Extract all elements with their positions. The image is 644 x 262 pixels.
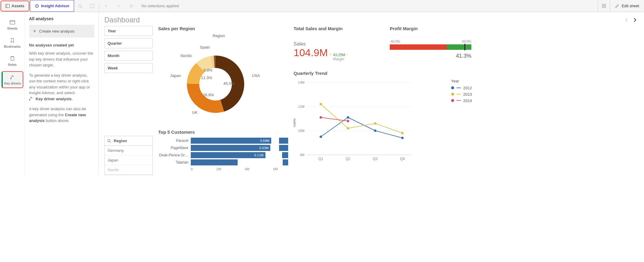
- next-sheet-button[interactable]: [631, 16, 639, 24]
- rail-bookmarks[interactable]: Bookmarks: [2, 35, 23, 51]
- qt-legend-2014[interactable]: 2014: [451, 98, 472, 103]
- donut-chart[interactable]: Region USA 45.5%: [158, 33, 282, 129]
- rail-notes[interactable]: Notes: [2, 53, 23, 69]
- top5-mini-3: [283, 159, 288, 165]
- qt-x-q3: Q3: [373, 157, 378, 161]
- insight-advisor-button[interactable]: Insight Advisor: [30, 0, 74, 12]
- svg-rect-12: [602, 6, 603, 8]
- svg-rect-0: [6, 4, 10, 8]
- kpi-column: Total Sales and Margin Sales 104.9M · 43…: [294, 26, 384, 175]
- no-analyses-heading: No analyses created yet: [29, 43, 94, 47]
- filter-column: Year Quarter Month Week Region Germany J…: [104, 26, 153, 175]
- svg-point-31: [401, 137, 404, 139]
- region-filter: Region Germany Japan Nordic: [104, 136, 153, 175]
- svg-line-5: [81, 7, 82, 8]
- analyses-p2: To generate a key driver analysis, use t…: [29, 72, 94, 102]
- filter-year[interactable]: Year: [104, 26, 153, 36]
- svg-point-20: [10, 78, 11, 79]
- rail-key-drivers[interactable]: Key drivers: [2, 71, 23, 88]
- top5-label-0: Paracel: [158, 139, 188, 143]
- pm-bullet-chart[interactable]: [390, 44, 471, 50]
- bookmark-icon: [9, 37, 15, 43]
- region-item-japan[interactable]: Japan: [105, 155, 152, 165]
- pencil-icon: [615, 4, 619, 8]
- donut-pct-usa: 45.5%: [223, 81, 235, 86]
- qt-legend-2013[interactable]: 2013: [451, 92, 472, 97]
- svg-rect-6: [90, 4, 94, 8]
- region-filter-header[interactable]: Region: [105, 136, 152, 146]
- assets-button[interactable]: Assets: [1, 1, 29, 11]
- svg-rect-4: [79, 5, 81, 7]
- top5-chart[interactable]: Paracel 5.69M PageWave 5.63M Deak-Perera…: [158, 138, 288, 171]
- analyses-p3: A key driver analysis can also be genera…: [29, 106, 94, 124]
- kpi-label: Sales: [294, 41, 384, 47]
- step-back-button[interactable]: [100, 0, 112, 12]
- analyses-p1: With key driver analysis, uncover the to…: [29, 50, 94, 68]
- total-sales-title: Total Sales and Margin: [294, 26, 384, 31]
- clear-selections-button[interactable]: [125, 0, 137, 12]
- donut-pct-japan: 11.3%: [201, 75, 212, 80]
- svg-rect-11: [604, 4, 606, 5]
- top5-bar-0: 5.69M: [191, 138, 271, 144]
- quarterly-trend-title: Quarterly Trend: [294, 71, 384, 76]
- selections-tool-button[interactable]: [86, 0, 98, 12]
- search-icon: [107, 139, 111, 143]
- panel-icon: [5, 4, 10, 8]
- rail-notes-label: Notes: [8, 63, 17, 66]
- rail-key-drivers-label: Key drivers: [4, 81, 21, 85]
- top5-mini-1: [279, 145, 288, 151]
- svg-point-36: [320, 116, 322, 119]
- top5-label-3: Talarian: [158, 160, 188, 165]
- pm-seg-below: [390, 44, 447, 50]
- donut-label-uk: UK: [192, 110, 197, 115]
- assets-label: Assets: [11, 4, 24, 8]
- kpi-value: 104.9M · 43.25M · Margin: [294, 47, 384, 62]
- qt-legend-2012[interactable]: 2012: [451, 86, 472, 90]
- profit-margin-title: Profit Margin: [390, 26, 471, 31]
- svg-rect-10: [602, 4, 603, 5]
- region-item-nordic[interactable]: Nordic: [105, 165, 152, 175]
- qt-x-q2: Q2: [346, 157, 350, 161]
- svg-point-35: [401, 132, 404, 134]
- analyses-panel: All analyses + Create new analysis No an…: [25, 12, 99, 175]
- quarterly-trend-chart[interactable]: 14M 12M 10M 8M Sales Q1 Q2 Q3: [294, 78, 442, 162]
- eye-icon: [34, 4, 39, 8]
- edit-sheet-button[interactable]: Edit sheet: [610, 0, 644, 12]
- rail-sheets-label: Sheets: [7, 27, 17, 30]
- filter-week[interactable]: Week: [104, 63, 153, 73]
- qt-ytick-10m: 10M: [298, 129, 304, 133]
- svg-point-22: [108, 139, 110, 142]
- sheets-icon: [9, 19, 15, 25]
- svg-line-23: [110, 142, 111, 143]
- top5-bar-1: 5.63M: [191, 145, 270, 151]
- grid-layout-button[interactable]: [598, 0, 610, 12]
- svg-rect-14: [10, 21, 15, 24]
- svg-rect-16: [11, 57, 14, 60]
- svg-point-32: [320, 103, 322, 105]
- filter-month[interactable]: Month: [104, 51, 153, 61]
- prev-sheet-button[interactable]: [622, 16, 631, 24]
- svg-point-33: [347, 127, 349, 129]
- kpi-sub: 43.25M · Margin: [333, 53, 347, 62]
- donut-label-japan: Japan: [170, 73, 181, 78]
- insight-label: Insight Advisor: [41, 4, 70, 8]
- sales-per-region-title: Sales per Region: [158, 26, 288, 31]
- rail-sheets[interactable]: Sheets: [2, 17, 23, 33]
- qt-legend: Year 2012 2013 2014: [451, 79, 472, 105]
- top5-label-2: Deak-Perera Gr…: [158, 153, 188, 157]
- left-rail: Sheets Bookmarks Notes Key drivers: [0, 12, 25, 175]
- svg-point-37: [347, 120, 349, 122]
- plus-icon: +: [33, 28, 36, 34]
- donut-label-spain: Spain: [200, 45, 210, 50]
- top5-label-1: PageWave: [158, 146, 188, 150]
- region-item-germany[interactable]: Germany: [105, 146, 152, 155]
- create-analysis-button[interactable]: + Create new analysis: [29, 25, 94, 37]
- pm-seg-above: [447, 44, 471, 50]
- step-forward-button[interactable]: [112, 0, 125, 12]
- smart-search-button[interactable]: [74, 0, 86, 12]
- qt-ytick-8m: 8M: [300, 153, 304, 157]
- top5-bar-3: [191, 159, 238, 165]
- top5-mini-0: [279, 138, 288, 144]
- svg-point-34: [374, 122, 376, 125]
- filter-quarter[interactable]: Quarter: [104, 38, 153, 48]
